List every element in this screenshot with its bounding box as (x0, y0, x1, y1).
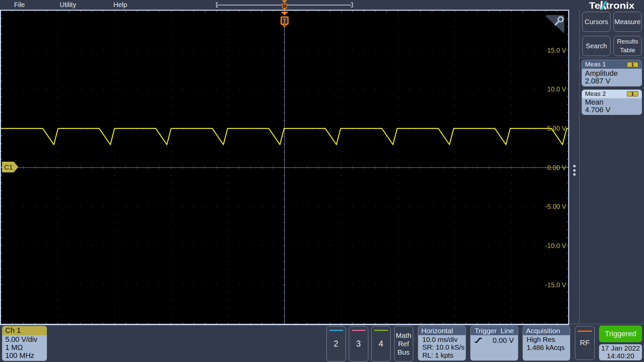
svg-text:T: T (283, 17, 287, 24)
svg-text:10.0 V: 10.0 V (547, 85, 566, 93)
svg-text:-5.00 V: -5.00 V (545, 203, 566, 210)
svg-text:15.0 V: 15.0 V (547, 47, 566, 54)
svg-text:-10.0 V: -10.0 V (545, 242, 566, 249)
svg-text:0.00 V: 0.00 V (547, 164, 566, 171)
svg-text:C1: C1 (4, 164, 13, 171)
svg-text:5.00 V: 5.00 V (547, 125, 566, 132)
svg-text:-15.0 V: -15.0 V (545, 281, 566, 289)
